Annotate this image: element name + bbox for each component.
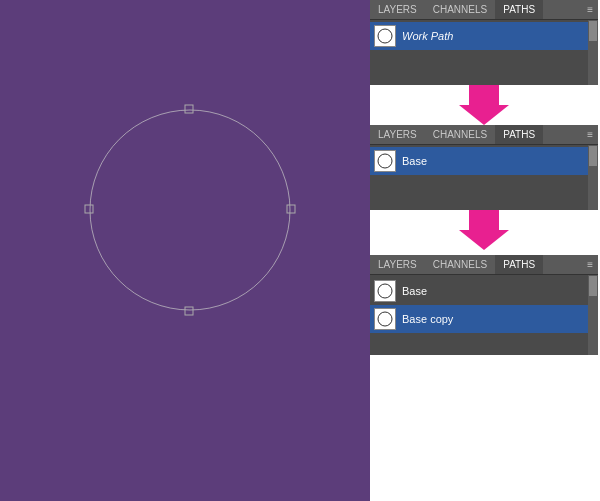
path-name-base: Base: [402, 155, 427, 167]
panel-1-content: Work Path: [370, 20, 598, 52]
svg-point-10: [378, 312, 392, 326]
tab-channels-1[interactable]: CHANNELS: [425, 0, 495, 19]
path-row-base-copy[interactable]: Base copy: [370, 305, 598, 333]
panel-menu-1[interactable]: ≡: [582, 2, 598, 17]
path-row-workpath[interactable]: Work Path: [370, 22, 598, 50]
panel-2-tabs: LAYERS CHANNELS PATHS ≡: [370, 125, 598, 145]
tab-paths-3[interactable]: PATHS: [495, 255, 543, 274]
scrollbar-thumb-1: [589, 21, 597, 41]
panel-2-content: Base: [370, 145, 598, 177]
path-name-base-3: Base: [402, 285, 427, 297]
panel-1: LAYERS CHANNELS PATHS ≡ Work Path: [370, 0, 598, 85]
scrollbar-thumb-2: [589, 146, 597, 166]
tab-paths-1[interactable]: PATHS: [495, 0, 543, 19]
canvas-area: [0, 0, 370, 501]
arrow-1: [370, 85, 598, 125]
tab-layers-2[interactable]: LAYERS: [370, 125, 425, 144]
scrollbar-3[interactable]: [588, 275, 598, 355]
path-thumbnail-base-3: [374, 280, 396, 302]
path-name-workpath: Work Path: [402, 30, 453, 42]
svg-marker-8: [459, 210, 509, 250]
svg-point-0: [90, 110, 290, 310]
path-row-base-3[interactable]: Base: [370, 277, 598, 305]
svg-point-9: [378, 284, 392, 298]
svg-marker-6: [459, 85, 509, 125]
panel-3-content: Base Base copy: [370, 275, 598, 335]
path-thumbnail-base-copy: [374, 308, 396, 330]
svg-rect-3: [287, 205, 295, 213]
tab-layers-1[interactable]: LAYERS: [370, 0, 425, 19]
svg-rect-1: [185, 105, 193, 113]
panel-1-tabs: LAYERS CHANNELS PATHS ≡: [370, 0, 598, 20]
panel-3: LAYERS CHANNELS PATHS ≡ Base Base copy: [370, 255, 598, 355]
scrollbar-1[interactable]: [588, 20, 598, 85]
path-row-base[interactable]: Base: [370, 147, 598, 175]
panel-3-tabs: LAYERS CHANNELS PATHS ≡: [370, 255, 598, 275]
tab-channels-3[interactable]: CHANNELS: [425, 255, 495, 274]
svg-point-7: [378, 154, 392, 168]
svg-point-5: [378, 29, 392, 43]
path-thumbnail-base: [374, 150, 396, 172]
circle-selection: [80, 100, 300, 320]
scrollbar-2[interactable]: [588, 145, 598, 210]
arrow-2: [370, 210, 598, 250]
svg-rect-2: [85, 205, 93, 213]
panel-2: LAYERS CHANNELS PATHS ≡ Base: [370, 125, 598, 210]
tab-channels-2[interactable]: CHANNELS: [425, 125, 495, 144]
path-thumbnail-workpath: [374, 25, 396, 47]
panel-menu-2[interactable]: ≡: [582, 127, 598, 142]
panel-menu-3[interactable]: ≡: [582, 257, 598, 272]
svg-rect-4: [185, 307, 193, 315]
path-name-base-copy: Base copy: [402, 313, 453, 325]
tab-paths-2[interactable]: PATHS: [495, 125, 543, 144]
tab-layers-3[interactable]: LAYERS: [370, 255, 425, 274]
scrollbar-thumb-3: [589, 276, 597, 296]
